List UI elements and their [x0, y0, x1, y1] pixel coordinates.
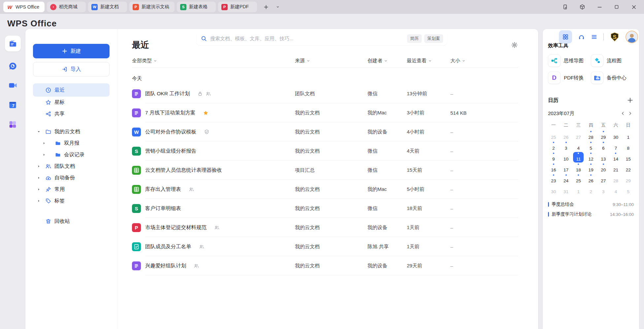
rail-item-calendar[interactable]: 7: [8, 100, 18, 110]
tab-document[interactable]: P新建演示文稿: [129, 2, 175, 12]
calendar-day[interactable]: 16: [547, 163, 560, 173]
calendar-day[interactable]: 30: [547, 185, 560, 195]
calendar-day[interactable]: 26: [585, 174, 597, 184]
caret-right-icon[interactable]: [37, 188, 45, 191]
sidebar-item-回收站[interactable]: 回收站: [33, 216, 110, 227]
calendar-day[interactable]: 29: [622, 174, 634, 184]
sidebar-item-最近[interactable]: 最近: [33, 83, 110, 97]
calendar-event[interactable]: 新季度学习计划讨论14:30–16:00: [548, 209, 634, 219]
calendar-day[interactable]: 13: [597, 152, 610, 163]
tab-document[interactable]: ◗稻壳商城: [47, 2, 86, 12]
apps-launcher-icon[interactable]: [559, 30, 572, 44]
calendar-day[interactable]: 18: [572, 163, 585, 173]
calendar-day[interactable]: 1: [572, 185, 585, 195]
calendar-day[interactable]: 15: [622, 152, 634, 163]
add-event-icon[interactable]: [627, 97, 634, 104]
calendar-day[interactable]: 21: [610, 163, 622, 173]
calendar-day[interactable]: 2: [585, 185, 597, 195]
sidebar-item-自动备份[interactable]: 自动备份: [33, 172, 110, 184]
calendar-day[interactable]: 17: [560, 163, 572, 173]
new-button[interactable]: 新建: [33, 44, 110, 58]
tool-flowchart[interactable]: 流程图: [591, 54, 634, 67]
avatar[interactable]: [626, 31, 638, 43]
search-input[interactable]: [210, 36, 407, 41]
main-menu-icon[interactable]: [591, 34, 597, 40]
calendar-day[interactable]: 7: [610, 141, 622, 152]
filter-3[interactable]: 最近查看: [407, 58, 450, 64]
file-row[interactable]: 云文档管人员信息统计表理器验收项目汇总微信15天前–: [132, 161, 518, 180]
tool-pdf-convert[interactable]: DPDF转换: [548, 72, 591, 84]
calendar-day[interactable]: 24: [560, 174, 572, 184]
caret-down-icon[interactable]: [37, 130, 45, 134]
file-row[interactable]: 兴趣爱好组队计划我的云文档我的设备29天前–: [132, 256, 518, 275]
sidebar-item-标签[interactable]: 标签: [33, 195, 110, 207]
calendar-day[interactable]: 30: [610, 130, 622, 141]
calendar-day[interactable]: 29: [597, 130, 610, 141]
maximize-icon[interactable]: [612, 3, 621, 11]
calendar-day[interactable]: 4: [572, 141, 585, 152]
filter-2[interactable]: 创建者: [368, 58, 407, 64]
calendar-next-icon[interactable]: [627, 110, 634, 117]
sidebar-item-团队文档[interactable]: 团队文档: [33, 161, 110, 172]
calendar-event[interactable]: 季度总结会9:30–11:00: [548, 199, 634, 209]
caret-right-icon[interactable]: [42, 153, 50, 157]
calendar-day[interactable]: 28: [585, 130, 597, 141]
import-button[interactable]: 导入: [33, 62, 110, 76]
file-row[interactable]: W公司对外合作协议模板我的云文档我的设备4小时前–: [132, 122, 518, 141]
caret-right-icon[interactable]: [37, 176, 45, 180]
workspace-cube-icon[interactable]: [578, 3, 587, 11]
file-row[interactable]: P市场主体登记提交材料规范我的云文档我的设备1天前–: [132, 218, 518, 237]
calendar-day[interactable]: 1: [622, 130, 634, 141]
tab-document[interactable]: S新建表格: [177, 2, 216, 12]
calendar-day[interactable]: 22: [622, 163, 634, 173]
search-tag[interactable]: 策划案: [424, 34, 443, 43]
file-row[interactable]: 7 月线下活动策划方案我的云文档我的Mac3小时前514 KB: [132, 103, 518, 122]
sidebar-item-双月报[interactable]: 双月报: [33, 137, 110, 149]
filter-0[interactable]: 全部类型: [132, 58, 295, 64]
filter-4[interactable]: 大小: [450, 58, 518, 64]
calendar-day[interactable]: 19: [585, 163, 597, 173]
calendar-day[interactable]: 14: [610, 152, 622, 163]
caret-right-icon[interactable]: [37, 164, 45, 168]
search-bar[interactable]: 简历策划案: [196, 32, 447, 45]
calendar-day[interactable]: 28: [610, 174, 622, 184]
calendar-day[interactable]: 5: [622, 185, 634, 195]
device-switch-icon[interactable]: [561, 3, 569, 11]
calendar-day[interactable]: 25: [547, 130, 560, 141]
tool-mindmap[interactable]: 思维导图: [548, 54, 591, 67]
calendar-day[interactable]: 23: [547, 174, 560, 184]
tool-backup-center[interactable]: 备份中心: [591, 72, 634, 84]
calendar-day[interactable]: 11: [573, 152, 584, 163]
caret-right-icon[interactable]: [42, 141, 50, 145]
rail-item-chat[interactable]: [8, 61, 18, 71]
close-icon[interactable]: [629, 3, 638, 11]
calendar-day[interactable]: 31: [560, 185, 572, 195]
file-row[interactable]: S客户订单明细表我的云文档微信18天前–: [132, 199, 518, 218]
sidebar-item-共享[interactable]: 共享: [33, 108, 110, 120]
calendar-day[interactable]: 4: [610, 185, 622, 195]
rail-item-meeting[interactable]: [8, 80, 18, 90]
new-tab-icon[interactable]: [262, 3, 270, 11]
sidebar-item-常用[interactable]: 常用: [33, 184, 110, 195]
minimize-icon[interactable]: [595, 3, 604, 11]
calendar-day[interactable]: 20: [597, 163, 610, 173]
caret-right-icon[interactable]: [37, 199, 45, 203]
file-row[interactable]: 团队成员及分工名单我的云文档陈旭 共享1天前–: [132, 237, 518, 256]
calendar-day[interactable]: 3: [560, 141, 572, 152]
tab-document[interactable]: W新建文档: [88, 2, 127, 12]
sidebar-item-星标[interactable]: 星标: [33, 97, 110, 108]
calendar-day[interactable]: 5: [585, 141, 597, 152]
calendar-day[interactable]: 27: [597, 174, 610, 184]
filter-1[interactable]: 来源: [295, 58, 368, 64]
sidebar-item-会议记录[interactable]: 会议记录: [33, 149, 110, 161]
file-row[interactable]: 团队 OKR 工作计划团队文档微信13分钟前–: [132, 84, 518, 103]
support-headset-icon[interactable]: [578, 34, 585, 41]
file-row[interactable]: S营销小组业绩分析报告我的云文档微信4天前–: [132, 141, 518, 161]
sidebar-item-我的云文档[interactable]: 我的云文档: [33, 126, 110, 137]
calendar-day[interactable]: 10: [560, 152, 572, 163]
settings-gear-icon[interactable]: [510, 41, 518, 49]
tab-document[interactable]: P新建PDF: [218, 2, 257, 12]
tab-list-chevron-icon[interactable]: [274, 3, 282, 11]
search-tag[interactable]: 简历: [407, 34, 422, 43]
tab-home[interactable]: WWPS Office: [3, 2, 45, 12]
